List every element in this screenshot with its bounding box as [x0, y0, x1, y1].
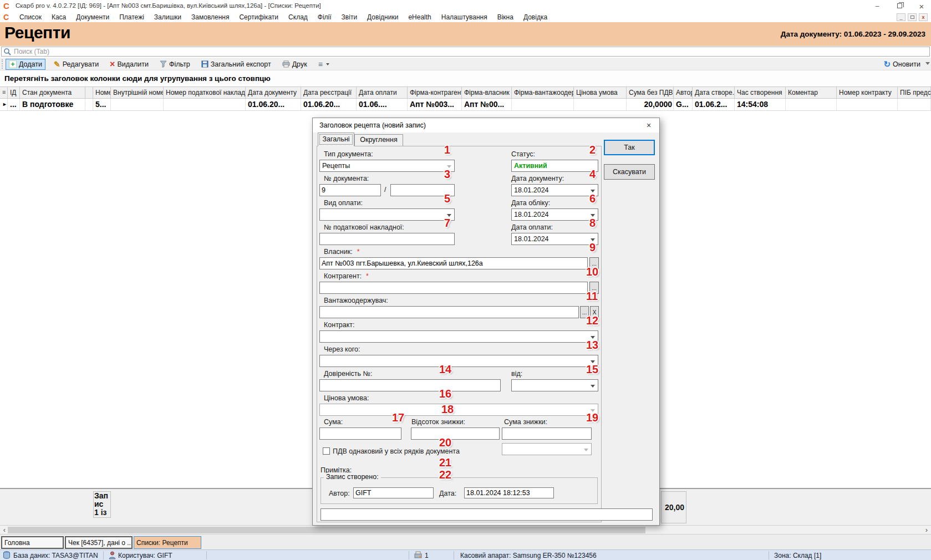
column-chooser-icon[interactable]: ≡ — [0, 87, 8, 98]
tab-zahalni[interactable]: Загальні — [318, 133, 354, 146]
menu-item-9[interactable]: Філії — [313, 13, 337, 21]
doc-date-picker[interactable]: 18.01.2024 — [511, 184, 598, 196]
add-button[interactable]: + Додати — [6, 59, 45, 70]
row-marker-icon[interactable]: ► — [0, 99, 8, 110]
table-cell[interactable]: 20,0000 — [627, 99, 674, 110]
menu-item-8[interactable]: Склад — [283, 13, 313, 21]
menu-item-4[interactable]: Платежі — [114, 13, 149, 21]
column-header[interactable]: Номер — [93, 87, 111, 98]
table-cell[interactable]: 01.06.20... — [246, 99, 301, 110]
table-cell[interactable] — [898, 99, 931, 110]
scrollbar-thumb[interactable] — [8, 527, 645, 533]
restore-icon[interactable] — [896, 2, 903, 10]
doc-type-combobox[interactable]: Рецепты — [319, 160, 455, 172]
table-cell[interactable]: 01.06.... — [357, 99, 408, 110]
column-header[interactable]: Коментар — [786, 87, 837, 98]
table-cell[interactable] — [111, 99, 164, 110]
table-cell[interactable]: 5... — [93, 99, 111, 110]
proxy-from-picker[interactable] — [511, 379, 598, 391]
menu-item-5[interactable]: Залишки — [149, 13, 186, 21]
contract-combobox[interactable] — [319, 330, 598, 343]
menu-item-3[interactable]: Документи — [71, 13, 114, 21]
mdi-restore-icon[interactable] — [908, 13, 917, 21]
menu-item-13[interactable]: Налаштування — [436, 13, 492, 21]
proxy-number-input[interactable] — [319, 379, 501, 391]
column-header[interactable]: ІД — [8, 87, 20, 98]
column-header[interactable]: Цінова умова — [574, 87, 627, 98]
group-by-panel[interactable]: Перетягніть заголовок колонки сюди для у… — [0, 70, 931, 86]
note-input[interactable] — [320, 508, 653, 521]
column-header[interactable]: Дата реєстрації — [301, 87, 357, 98]
discount-sum-input[interactable] — [502, 427, 592, 440]
mdi-minimize-icon[interactable]: _ — [897, 13, 905, 21]
table-cell[interactable] — [786, 99, 837, 110]
tab-holovna[interactable]: Головна — [1, 536, 64, 549]
status-field[interactable]: Активний — [511, 160, 598, 172]
horizontal-scrollbar[interactable]: ‹ › — [0, 525, 931, 534]
vat-checkbox[interactable] — [323, 447, 330, 455]
scroll-right-icon[interactable]: › — [923, 526, 930, 534]
table-cell[interactable]: 01.06.20... — [301, 99, 357, 110]
search-input[interactable] — [14, 47, 923, 56]
table-cell[interactable] — [574, 99, 627, 110]
column-header[interactable]: Автор — [674, 87, 693, 98]
column-header[interactable]: Дата оплати — [357, 87, 408, 98]
via-whom-combobox[interactable] — [319, 355, 598, 367]
tab-chek[interactable]: Чек [64357], дані о ... — [65, 536, 133, 549]
minimize-icon[interactable]: – — [873, 2, 881, 10]
scroll-left-icon[interactable]: ‹ — [1, 526, 8, 534]
ok-button[interactable]: Так — [604, 140, 655, 155]
tab-okruhlennia[interactable]: Округлення — [354, 134, 403, 146]
menu-item-11[interactable]: Довідники — [362, 13, 403, 21]
menu-item-1[interactable]: Список — [14, 13, 47, 21]
table-cell[interactable]: Апт №00... — [462, 99, 512, 110]
tax-invoice-input[interactable] — [319, 233, 455, 245]
toolbar-overflow-icon[interactable] — [925, 62, 930, 65]
toolbar-drag-handle[interactable] — [2, 59, 3, 69]
column-header[interactable]: Дата створе... — [693, 87, 735, 98]
refresh-button[interactable]: ↻ Оновити — [881, 59, 924, 70]
doc-number-input[interactable] — [319, 184, 381, 196]
edit-button[interactable]: ✎ Редагувати — [51, 59, 101, 70]
column-header[interactable]: Фірма-вантажоодерж... — [512, 87, 574, 98]
menu-item-10[interactable]: Звіти — [337, 13, 363, 21]
column-header[interactable]: Час створення — [735, 87, 786, 98]
column-header[interactable]: Стан документа — [20, 87, 85, 98]
table-row[interactable]: ►...В подготовке5...01.06.20...01.06.20.… — [0, 99, 931, 111]
table-cell[interactable]: Апт №003... — [408, 99, 462, 110]
cancel-button[interactable]: Скасувати — [604, 164, 655, 180]
account-date-picker[interactable]: 18.01.2024 — [511, 208, 598, 221]
table-cell[interactable]: 01.06.2... — [693, 99, 735, 110]
table-cell[interactable] — [512, 99, 574, 110]
column-header[interactable]: ПІБ представ — [898, 87, 931, 98]
column-header[interactable]: Внутрішній номер — [111, 87, 164, 98]
column-header[interactable]: Сума без ПДВ): — [627, 87, 674, 98]
close-icon[interactable]: × — [918, 2, 925, 11]
tab-spysky-recepty[interactable]: Списки: Рецепти — [134, 536, 201, 549]
table-cell[interactable]: ... — [8, 99, 20, 110]
contractor-input[interactable] — [319, 282, 588, 294]
discount-percent-input[interactable] — [411, 427, 500, 440]
table-cell[interactable] — [85, 99, 93, 110]
consignee-input[interactable] — [319, 306, 579, 318]
column-header[interactable]: Фірма-контрагент — [408, 87, 462, 98]
mdi-close-icon[interactable]: x — [919, 13, 928, 21]
menu-item-7[interactable]: Сертифікати — [234, 13, 283, 21]
menu-item-12[interactable]: eHealth — [403, 13, 436, 21]
column-header[interactable]: Номер контракту — [837, 87, 898, 98]
menu-item-2[interactable]: Каса — [47, 13, 71, 21]
column-header[interactable]: Фірма-власник — [462, 87, 512, 98]
table-cell[interactable]: В подготовке — [20, 99, 85, 110]
menu-item-6[interactable]: Замовлення — [186, 13, 234, 21]
print-button[interactable]: Друк — [279, 59, 310, 70]
owner-input[interactable] — [319, 257, 588, 269]
menu-item-15[interactable]: Довідка — [518, 13, 552, 21]
menu-item-14[interactable]: Вікна — [492, 13, 518, 21]
delete-button[interactable]: × Видалити — [107, 59, 151, 70]
table-cell[interactable]: G... — [674, 99, 693, 110]
table-cell[interactable] — [164, 99, 246, 110]
filter-button[interactable]: Фільтр — [157, 59, 193, 70]
column-header[interactable]: Дата документу — [246, 87, 301, 98]
column-header[interactable]: Номер податкової накладної — [164, 87, 246, 98]
table-cell[interactable]: 14:54:08 — [735, 99, 786, 110]
